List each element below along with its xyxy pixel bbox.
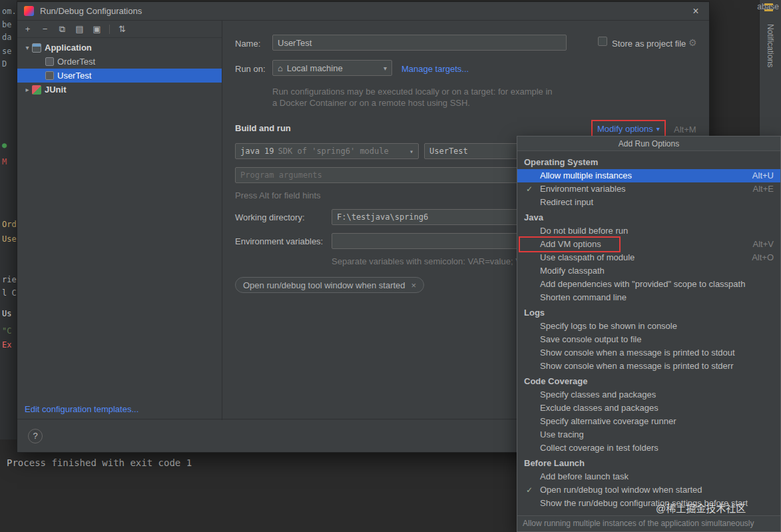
name-label: Name: (235, 39, 260, 49)
background-fragment: se (2, 47, 11, 56)
tree-item-application[interactable]: ▾Application (17, 41, 222, 55)
open-tool-window-chip[interactable]: Open run/debug tool window when started … (235, 277, 424, 293)
scrollbar-mark (764, 9, 773, 11)
chevron-right-icon[interactable]: ▸ (23, 86, 32, 93)
modify-options-link[interactable]: Modify options ▾ (591, 120, 666, 138)
modify-options-label: Modify options (597, 124, 653, 134)
move-to-folder-icon[interactable]: ▣ (92, 24, 102, 34)
menu-item-show-console-when-a-message-is-printed-to-stderr[interactable]: Show console when a message is printed t… (517, 360, 780, 373)
name-input[interactable]: UserTest (272, 35, 567, 51)
jdk-select[interactable]: java 19 SDK of 'spring6' module ▾ (235, 143, 419, 159)
working-directory-value: F:\testjava\spring6 (337, 212, 428, 222)
remove-icon[interactable]: − (40, 24, 50, 34)
tree-item-label: OrderTest (57, 57, 95, 67)
save-icon[interactable]: ▤ (75, 24, 85, 34)
store-as-project-file-checkbox[interactable] (598, 37, 607, 46)
menu-footer-hint: Allow running multiple instances of the … (517, 515, 780, 531)
watermark: @稀土掘金技术社区 (656, 501, 746, 515)
menu-item-add-dependencies-with-provided-scope-to-classpath[interactable]: Add dependencies with "provided" scope t… (517, 278, 780, 291)
background-fragment: "C (2, 326, 11, 336)
working-directory-label: Working directory: (235, 212, 305, 222)
menu-item-label: Show console when a message is printed t… (540, 346, 735, 360)
edit-configuration-templates-link[interactable]: Edit configuration templates... (25, 404, 138, 414)
menu-item-shorten-command-line[interactable]: Shorten command line (517, 291, 780, 304)
run-on-label: Run on: (235, 64, 266, 74)
menu-item-show-console-when-a-message-is-printed-to-stdout[interactable]: Show console when a message is printed t… (517, 346, 780, 360)
manage-targets-link[interactable]: Manage targets... (401, 64, 469, 74)
menu-item-shortcut: Alt+U (742, 169, 774, 182)
close-icon[interactable]: × (689, 5, 702, 18)
gear-icon[interactable]: ⚙ (688, 37, 697, 48)
tree-item-label: Application (45, 43, 92, 53)
build-and-run-heading: Build and run (235, 123, 291, 133)
screen: om.bedaseD●MOrdeUserriesl CoUs"CEx abase… (0, 0, 781, 532)
tree-item-junit[interactable]: ▸JUnit (17, 83, 222, 97)
menu-item-label: Environment variables (540, 182, 626, 196)
background-fragment: Us (2, 309, 11, 318)
run-on-select[interactable]: ⌂ Local machine ▾ (272, 60, 392, 76)
background-fragment: User (2, 234, 17, 244)
menu-item-add-vm-options[interactable]: Add VM optionsAlt+V (517, 238, 780, 251)
menu-item-allow-multiple-instances[interactable]: Allow multiple instancesAlt+U (517, 169, 780, 182)
menu-section-title-logs: Logs (517, 306, 780, 320)
menu-item-modify-classpath[interactable]: Modify classpath (517, 264, 780, 278)
menu-item-redirect-input[interactable]: Redirect input (517, 196, 780, 209)
config-tree: ▾ApplicationOrderTestUserTest▸JUnit (17, 38, 222, 97)
sort-icon[interactable]: ⇅ (117, 24, 127, 34)
notifications-toolwindow-label[interactable]: Notifications (766, 24, 775, 67)
console-output-line: Process finished with exit code 1 (7, 457, 192, 468)
menu-item-label: Add dependencies with "provided" scope t… (540, 278, 745, 291)
menu-item-specify-alternative-coverage-runner[interactable]: Specify alternative coverage runner (517, 415, 780, 428)
chevron-down-icon[interactable]: ▾ (405, 148, 413, 155)
add-icon[interactable]: + (23, 24, 33, 34)
store-as-project-file-label: Store as project file (612, 39, 686, 49)
menu-item-use-classpath-of-module[interactable]: Use classpath of moduleAlt+O (517, 251, 780, 264)
menu-item-do-not-build-before-run[interactable]: Do not build before run (517, 224, 780, 238)
chip-close-icon[interactable]: × (411, 280, 417, 290)
menu-section-title-before-launch: Before Launch (517, 456, 780, 470)
menu-item-add-before-launch-task[interactable]: Add before launch task (517, 470, 780, 483)
menu-item-specify-logs-to-be-shown-in-console[interactable]: Specify logs to be shown in console (517, 320, 780, 333)
copy-icon[interactable]: ⧉ (57, 24, 67, 35)
configurations-sidebar: +−⧉▤▣⇅ ▾ApplicationOrderTestUserTest▸JUn… (17, 21, 222, 420)
run-on-value: Local machine (287, 63, 343, 73)
menu-item-shortcut: Alt+V (742, 238, 774, 251)
chevron-down-icon: ▾ (656, 125, 660, 133)
background-fragment: D (2, 59, 7, 69)
menu-item-exclude-classes-and-packages[interactable]: Exclude classes and packages (517, 401, 780, 415)
chevron-down-icon[interactable]: ▾ (23, 44, 32, 51)
jdk-primary: java 19 (240, 146, 274, 156)
main-class-value: UserTest (429, 146, 468, 156)
chevron-down-icon[interactable]: ▾ (380, 65, 387, 72)
local-machine-icon: ⌂ (278, 63, 283, 73)
menu-item-label: Specify classes and packages (540, 388, 656, 401)
menu-item-save-console-output-to-file[interactable]: Save console output to file (517, 333, 780, 346)
menu-section-title-operating-system: Operating System (517, 155, 780, 169)
menu-item-label: Collect coverage in test folders (540, 441, 658, 455)
menu-item-collect-coverage-in-test-folders[interactable]: Collect coverage in test folders (517, 441, 780, 455)
menu-item-label: Use classpath of module (540, 251, 635, 264)
tree-item-usertest[interactable]: UserTest (17, 69, 222, 83)
background-fragment: Orde (2, 220, 17, 229)
menu-item-label: Save console output to file (540, 333, 642, 346)
menu-header: Add Run Options (517, 136, 780, 151)
program-arguments-placeholder: Program arguments (240, 170, 322, 180)
background-fragment: be (2, 20, 11, 29)
menu-section-title-code-coverage: Code Coverage (517, 374, 780, 388)
dialog-titlebar[interactable]: Run/Debug Configurations × (17, 2, 709, 21)
jdk-secondary: SDK of 'spring6' module (278, 146, 389, 156)
run-config-icon (45, 71, 54, 80)
help-button[interactable]: ? (28, 429, 43, 443)
menu-item-shortcut: Alt+E (742, 182, 774, 196)
environment-variables-label: Environment variables: (235, 236, 323, 246)
menu-item-use-tracing[interactable]: Use tracing (517, 428, 780, 441)
tree-item-ordertest[interactable]: OrderTest (17, 55, 222, 69)
menu-item-label: Show console when a message is printed t… (540, 360, 734, 373)
tree-item-label: JUnit (45, 85, 67, 95)
menu-item-environment-variables[interactable]: ✓Environment variablesAlt+E (517, 182, 780, 196)
name-input-value: UserTest (278, 38, 312, 48)
menu-item-specify-classes-and-packages[interactable]: Specify classes and packages (517, 388, 780, 401)
menu-item-label: Allow multiple instances (540, 169, 632, 182)
run-on-help-text: Run configurations may be executed local… (272, 86, 559, 109)
menu-item-open-run-debug-tool-window-when-started[interactable]: ✓Open run/debug tool window when started (517, 483, 780, 497)
